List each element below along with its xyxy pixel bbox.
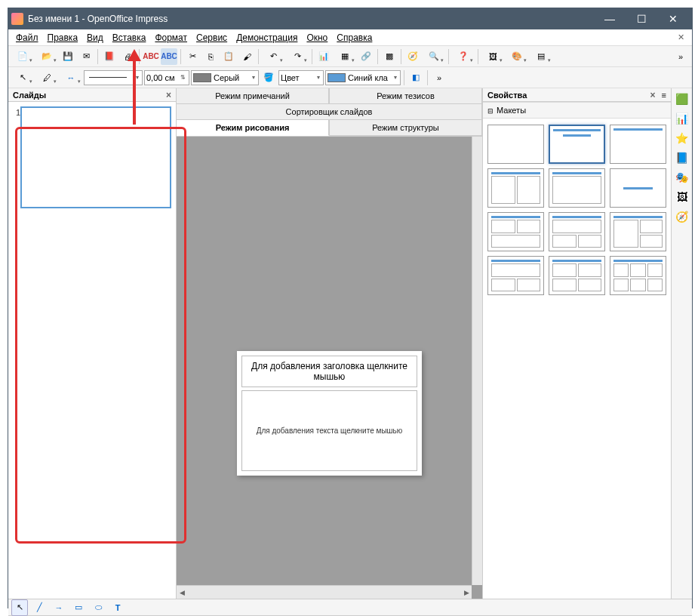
doc-close-button[interactable]: ✕ bbox=[673, 32, 689, 42]
properties-title: Свойства bbox=[487, 91, 527, 100]
properties-panel: Свойства × ≡ ⊟Макеты bbox=[482, 88, 671, 599]
layout-two-rows[interactable] bbox=[549, 256, 605, 295]
menu-file[interactable]: Файл bbox=[11, 31, 43, 45]
layout-six[interactable] bbox=[610, 256, 666, 295]
spellcheck-button[interactable]: ABC bbox=[143, 48, 159, 65]
menu-window[interactable]: Окно bbox=[302, 31, 332, 45]
layout-one-over-two[interactable] bbox=[549, 212, 605, 251]
slide-button[interactable]: 🖼 bbox=[481, 48, 504, 65]
tab-outline[interactable]: Режим структуры bbox=[329, 120, 482, 136]
layout-content-title[interactable] bbox=[549, 168, 605, 208]
sidebar-animation-icon[interactable]: ⭐ bbox=[675, 131, 690, 146]
tab-notes[interactable]: Режим примечаний bbox=[177, 88, 329, 104]
tab-sorter[interactable]: Сортировщик слайдов bbox=[177, 104, 482, 120]
properties-menu-icon[interactable]: ≡ bbox=[662, 91, 666, 100]
format-paint-button[interactable]: 🖌 bbox=[238, 48, 255, 65]
line-color-combo[interactable]: Серый▾ bbox=[191, 70, 259, 85]
slide-title-placeholder[interactable]: Для добавления заголовка щелкните мышью bbox=[241, 356, 417, 387]
slides-panel-title: Слайды bbox=[13, 91, 46, 100]
paste-button[interactable]: 📋 bbox=[220, 48, 237, 65]
layout-title-only[interactable] bbox=[610, 125, 666, 164]
minimize-button[interactable]: — bbox=[594, 8, 626, 29]
slide-canvas[interactable]: Для добавления заголовка щелкните мышью … bbox=[237, 351, 422, 476]
slide-thumbnail[interactable]: 1 bbox=[13, 106, 171, 208]
sidebar-properties-icon[interactable]: 🟩 bbox=[675, 91, 690, 106]
new-doc-button[interactable]: 📄 bbox=[11, 48, 34, 65]
sidebar-gallery-icon[interactable]: 🖼 bbox=[675, 189, 690, 205]
arrow-select-button[interactable]: ↖ bbox=[11, 69, 34, 86]
menu-edit[interactable]: Правка bbox=[43, 31, 83, 45]
scroll-right[interactable]: ▶ bbox=[461, 589, 472, 596]
slides-panel: Слайды × 1 bbox=[8, 88, 177, 599]
line-width-combo[interactable]: 0,00 см⇅ bbox=[144, 70, 189, 85]
hyperlink-button[interactable]: 🔗 bbox=[358, 48, 374, 65]
properties-close[interactable]: × bbox=[650, 90, 656, 100]
toolbar2-overflow[interactable]: » bbox=[431, 69, 447, 86]
center-area: Режим примечаний Режим тезисов Сортировщ… bbox=[177, 88, 482, 599]
close-button[interactable]: ✕ bbox=[657, 8, 689, 29]
layouts-header[interactable]: ⊟Макеты bbox=[483, 102, 671, 119]
arrow-tool[interactable]: → bbox=[51, 599, 67, 616]
menu-view[interactable]: Вид bbox=[82, 31, 108, 45]
fill-type-combo[interactable]: Цвет▾ bbox=[278, 70, 324, 85]
email-button[interactable]: ✉ bbox=[78, 48, 94, 65]
navigator-button[interactable]: 🧭 bbox=[404, 48, 421, 65]
vertical-scrollbar[interactable] bbox=[472, 137, 482, 585]
slide-layout-button[interactable]: ▤ bbox=[530, 48, 552, 65]
autospell-button[interactable]: ABC bbox=[161, 48, 177, 65]
pointer-tool[interactable]: ↖ bbox=[11, 599, 28, 616]
toolbar-overflow[interactable]: » bbox=[672, 48, 689, 65]
table-button[interactable]: ▦ bbox=[334, 48, 356, 65]
cut-button[interactable]: ✂ bbox=[184, 48, 201, 65]
sidebar-navigator-icon[interactable]: 🧭 bbox=[675, 209, 690, 224]
menu-help[interactable]: Справка bbox=[332, 31, 377, 45]
horizontal-scrollbar[interactable]: ◀ ▶ bbox=[177, 585, 472, 599]
sidebar-transition-icon[interactable]: 📘 bbox=[675, 150, 690, 165]
tab-drawing[interactable]: Режим рисования bbox=[177, 120, 329, 136]
pdf-export-button[interactable]: 📕 bbox=[101, 48, 118, 65]
fill-color-combo[interactable]: Синий кла▾ bbox=[325, 70, 401, 85]
line-color-btn[interactable]: 🖊 bbox=[35, 69, 58, 86]
grid-button[interactable]: ▩ bbox=[381, 48, 398, 65]
layout-title-center[interactable] bbox=[610, 168, 666, 208]
layout-two-over-one[interactable] bbox=[487, 212, 544, 251]
layout-blank[interactable] bbox=[487, 125, 544, 164]
open-button[interactable]: 📂 bbox=[35, 48, 58, 65]
slides-panel-close[interactable]: × bbox=[166, 90, 171, 100]
text-tool[interactable]: T bbox=[109, 599, 126, 616]
save-button[interactable]: 💾 bbox=[60, 48, 76, 65]
copy-button[interactable]: ⎘ bbox=[202, 48, 219, 65]
layout-two-content[interactable] bbox=[487, 168, 544, 208]
line-tool[interactable]: ╱ bbox=[31, 599, 48, 616]
drawing-toolbar: ↖ ╱ → ▭ ⬭ T bbox=[8, 599, 692, 615]
help-button[interactable]: ❓ bbox=[452, 48, 475, 65]
redo-button[interactable]: ↷ bbox=[286, 48, 309, 65]
ellipse-tool[interactable]: ⬭ bbox=[90, 599, 106, 616]
rect-tool[interactable]: ▭ bbox=[70, 599, 87, 616]
sidebar-styles-icon[interactable]: 🎭 bbox=[675, 170, 690, 185]
zoom-button[interactable]: 🔍 bbox=[423, 48, 445, 65]
sidebar-master-icon[interactable]: 📊 bbox=[675, 111, 690, 126]
fill-bucket-button[interactable]: 🪣 bbox=[260, 69, 277, 86]
line-style-combo[interactable]: ▾ bbox=[84, 70, 143, 85]
slide-design-button[interactable]: 🎨 bbox=[506, 48, 528, 65]
print-button[interactable]: 🖨 bbox=[119, 48, 136, 65]
chart-button[interactable]: 📊 bbox=[315, 48, 332, 65]
arrow-style-button[interactable]: ↔ bbox=[60, 69, 82, 86]
menubar: Файл Правка Вид Вставка Формат Сервис Де… bbox=[8, 29, 692, 46]
slide-body-placeholder[interactable]: Для добавления текста щелкните мышью bbox=[241, 390, 417, 471]
layout-left-two[interactable] bbox=[610, 212, 666, 251]
scroll-left[interactable]: ◀ bbox=[177, 589, 187, 596]
layout-title-content[interactable] bbox=[549, 125, 605, 164]
menu-tools[interactable]: Сервис bbox=[192, 31, 232, 45]
menu-format[interactable]: Формат bbox=[150, 31, 192, 45]
slides-list[interactable]: 1 bbox=[8, 102, 176, 599]
layout-over-two[interactable] bbox=[487, 256, 544, 295]
tab-handout[interactable]: Режим тезисов bbox=[329, 88, 482, 104]
menu-slideshow[interactable]: Демонстрация bbox=[232, 31, 302, 45]
maximize-button[interactable]: ☐ bbox=[626, 8, 657, 29]
canvas-area[interactable]: Для добавления заголовка щелкните мышью … bbox=[177, 137, 482, 599]
shadow-button[interactable]: ◧ bbox=[407, 69, 424, 86]
undo-button[interactable]: ↶ bbox=[262, 48, 284, 65]
menu-insert[interactable]: Вставка bbox=[108, 31, 151, 45]
